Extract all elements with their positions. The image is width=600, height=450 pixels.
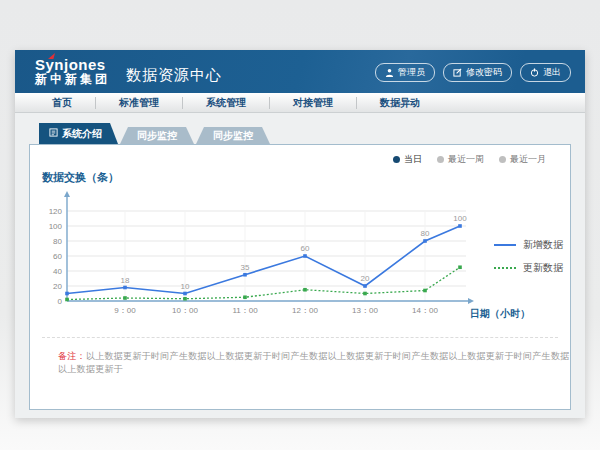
- tab-sync-monitor-2-label: 同步监控: [213, 129, 253, 143]
- main-nav: 首页 标准管理 系统管理 对接管理 数据异动: [15, 93, 585, 113]
- y-axis-title: 数据交换（条）: [42, 170, 119, 185]
- point-label: 80: [421, 229, 430, 238]
- point-label: 35: [241, 263, 250, 272]
- logo-company: 新中新集团: [35, 73, 110, 87]
- data-point: [65, 298, 69, 302]
- radio-dot: [393, 156, 400, 163]
- data-point: [423, 239, 427, 243]
- chart-legend: 新增数据 更新数据: [494, 233, 563, 279]
- chart-panel: 当日 最近一周 最近一月 数据交换（条） 0204060801001209：00…: [29, 144, 571, 410]
- legend-updated-data-label: 更新数据: [523, 261, 563, 275]
- tab-system-intro[interactable]: 系统介绍: [39, 123, 118, 144]
- y-tick-label: 20: [53, 282, 62, 291]
- logout-label: 退出: [543, 66, 561, 79]
- point-label: 100: [453, 214, 467, 223]
- data-point: [423, 289, 427, 293]
- logo: Synjones 新中新集团: [35, 56, 110, 87]
- data-point: [123, 286, 127, 290]
- app-header: Synjones 新中新集团 数据资源中心 管理员 修改密码 退出: [15, 50, 585, 93]
- data-point: [183, 292, 187, 296]
- data-point: [183, 297, 187, 301]
- data-point: [303, 254, 307, 258]
- y-tick-label: 120: [49, 207, 63, 216]
- y-axis-arrow-icon: [64, 191, 70, 197]
- data-point: [243, 295, 247, 299]
- change-password-label: 修改密码: [466, 66, 502, 79]
- footnote-label: 备注：: [58, 351, 86, 361]
- legend-line-sample-dotted: [494, 267, 516, 269]
- point-label: 60: [301, 244, 310, 253]
- y-tick-label: 60: [53, 252, 62, 261]
- admin-button[interactable]: 管理员: [375, 63, 435, 82]
- filter-last-week[interactable]: 最近一周: [437, 153, 484, 166]
- user-icon: [385, 68, 394, 77]
- data-point: [458, 265, 462, 269]
- y-tick-label: 0: [58, 297, 63, 306]
- x-tick-label: 12：00: [292, 306, 318, 315]
- data-point: [363, 284, 367, 288]
- x-tick-label: 9：00: [114, 306, 136, 315]
- legend-item-new-data: 新增数据: [494, 233, 563, 256]
- x-tick-label: 14：00: [412, 306, 438, 315]
- nav-item-data-change[interactable]: 数据异动: [357, 97, 443, 109]
- x-axis-arrow-icon: [468, 298, 474, 304]
- data-point: [65, 292, 69, 296]
- footnote: 备注：以上数据更新于时间产生数据以上数据更新于时间产生数据以上数据更新于时间产生…: [58, 350, 570, 376]
- edit-icon: [453, 68, 462, 77]
- filter-today-label: 当日: [404, 153, 422, 166]
- filter-last-week-label: 最近一周: [448, 153, 484, 166]
- data-point: [123, 296, 127, 300]
- point-label: 10: [181, 282, 190, 291]
- x-tick-label: 11：00: [232, 306, 258, 315]
- y-tick-label: 80: [53, 237, 62, 246]
- app-window: Synjones 新中新集团 数据资源中心 管理员 修改密码 退出: [15, 50, 585, 418]
- user-menu: 管理员 修改密码 退出: [375, 63, 571, 82]
- y-tick-label: 100: [49, 222, 63, 231]
- data-point: [243, 273, 247, 277]
- x-tick-label: 13：00: [352, 306, 378, 315]
- logout-button[interactable]: 退出: [520, 63, 571, 82]
- change-password-button[interactable]: 修改密码: [443, 63, 512, 82]
- data-point: [458, 224, 462, 228]
- x-axis-title: 日期（小时）: [470, 307, 530, 321]
- point-label: 18: [121, 276, 130, 285]
- chart-filters: 当日 最近一周 最近一月: [393, 153, 546, 166]
- legend-new-data-label: 新增数据: [523, 238, 563, 252]
- x-tick-label: 10：00: [172, 306, 198, 315]
- nav-item-home[interactable]: 首页: [29, 97, 96, 109]
- data-point: [363, 292, 367, 296]
- power-icon: [530, 68, 539, 77]
- radio-dot: [499, 156, 506, 163]
- page-title: 数据资源中心: [126, 66, 222, 85]
- filter-last-month-label: 最近一月: [510, 153, 546, 166]
- divider: [42, 337, 558, 338]
- data-point: [303, 288, 307, 292]
- form-icon: [49, 128, 58, 139]
- tab-bar: 系统介绍 同步监控 同步监控: [39, 123, 585, 144]
- tab-sync-monitor-1-label: 同步监控: [137, 129, 177, 143]
- admin-label: 管理员: [398, 66, 425, 79]
- line-chart: 0204060801001209：0010：0011：0012：0013：001…: [30, 185, 492, 323]
- radio-dot: [437, 156, 444, 163]
- footnote-text: 以上数据更新于时间产生数据以上数据更新于时间产生数据以上数据更新于时间产生数据以…: [58, 351, 570, 374]
- filter-last-month[interactable]: 最近一月: [499, 153, 546, 166]
- tab-sync-monitor-1[interactable]: 同步监控: [120, 127, 194, 144]
- y-tick-label: 40: [53, 267, 62, 276]
- legend-item-updated-data: 更新数据: [494, 256, 563, 279]
- legend-line-sample-solid: [494, 244, 516, 246]
- nav-item-standard-mgmt[interactable]: 标准管理: [96, 97, 183, 109]
- nav-item-system-mgmt[interactable]: 系统管理: [183, 97, 270, 109]
- logo-brand: Synjones: [35, 56, 110, 73]
- screenshot-background: { "page": { "logo": { "brand": "Synjones…: [0, 0, 600, 450]
- tab-system-intro-label: 系统介绍: [62, 127, 102, 141]
- nav-item-interface-mgmt[interactable]: 对接管理: [270, 97, 357, 109]
- point-label: 20: [361, 274, 370, 283]
- tab-sync-monitor-2[interactable]: 同步监控: [196, 127, 270, 144]
- filter-today[interactable]: 当日: [393, 153, 422, 166]
